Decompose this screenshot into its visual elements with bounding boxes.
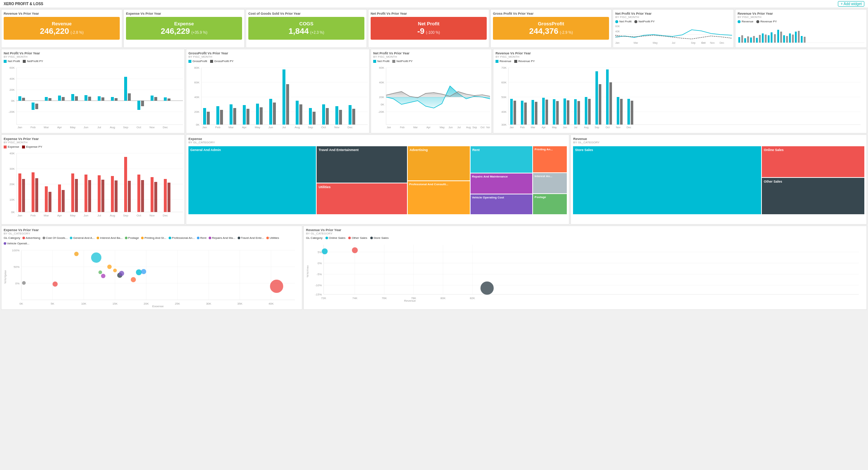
svg-rect-216 (32, 172, 35, 212)
gross-profit-kpi-widget: Gross Profit Vs Prior Year GrossProfit 2… (490, 9, 612, 48)
svg-rect-229 (115, 180, 118, 212)
rev-scatter-legend: GL Category Online Sales Other Sales Sto… (306, 236, 864, 240)
svg-rect-174 (545, 100, 548, 125)
gross-profit-kpi-title: Gross Profit Vs Prior Year (493, 12, 609, 15)
svg-text:20K: 20K (144, 302, 149, 305)
svg-text:Mar: Mar (634, 42, 638, 44)
treemap-professional[interactable]: Professional And Consulti... (408, 181, 470, 215)
svg-text:Mar: Mar (228, 126, 234, 129)
svg-rect-103 (246, 109, 249, 125)
svg-point-287 (119, 271, 124, 276)
svg-text:Oct: Oct (480, 126, 485, 129)
rev-scatter-title: Revenue Vs Prior Year (306, 228, 864, 232)
revenue-bar-right-widget: Revenue Vs Prior Year BY FISC_MONTH Reve… (493, 49, 867, 133)
svg-rect-222 (71, 173, 74, 212)
svg-text:Apr: Apr (57, 126, 62, 129)
svg-text:Nov: Nov (150, 214, 155, 217)
svg-point-279 (98, 270, 102, 274)
svg-point-280 (107, 265, 112, 269)
net-profit-kpi-value: -9 (-100 %) (417, 26, 440, 36)
svg-rect-16 (747, 36, 749, 43)
gp-bar-title: GrossProfit Vs Prior Year (188, 51, 367, 55)
svg-rect-190 (631, 101, 633, 125)
svg-rect-35 (804, 37, 806, 43)
svg-rect-228 (111, 176, 114, 212)
svg-rect-117 (339, 110, 342, 125)
svg-rect-62 (101, 97, 104, 101)
svg-rect-115 (326, 108, 329, 125)
svg-text:Jul: Jul (282, 126, 286, 129)
svg-text:Aug: Aug (466, 126, 471, 129)
svg-text:Apr: Apr (57, 214, 62, 217)
treemap-postage[interactable]: Postage (533, 194, 567, 214)
svg-rect-169 (521, 101, 523, 125)
cogs-kpi-label: COGS (299, 21, 313, 26)
svg-text:Jul: Jul (574, 126, 577, 129)
svg-text:50%: 50% (14, 265, 19, 269)
add-widget-button[interactable]: + Add widget (838, 1, 864, 7)
treemap-advertising[interactable]: Advertising (408, 146, 470, 180)
svg-rect-112 (309, 108, 312, 125)
svg-text:Jun: Jun (563, 126, 567, 129)
svg-rect-34 (801, 36, 803, 43)
treemap-general-admin[interactable]: General And Admin (188, 146, 316, 214)
net-profit-kpi-label: Net Profit (418, 21, 440, 26)
svg-rect-23 (768, 35, 770, 43)
svg-rect-180 (577, 101, 580, 125)
svg-text:Nov: Nov (150, 126, 155, 129)
svg-point-286 (131, 277, 136, 282)
legend-net-profit: Net Profit (615, 20, 631, 23)
svg-rect-176 (556, 101, 559, 125)
gp-bar-subtitle: BY FISC_MONTH (188, 55, 367, 58)
net-profit-line-svg: Jan Mar May Jul Sep Oct Nov Dec 60K 40K … (615, 24, 732, 44)
svg-rect-14 (741, 35, 743, 43)
svg-rect-173 (542, 98, 545, 125)
rev-bar-subtitle: BY FISC_MONTH (496, 55, 864, 58)
svg-text:10K: 10K (10, 198, 15, 201)
treemap-other-sales[interactable]: Other Sales (762, 178, 864, 214)
svg-rect-113 (313, 112, 316, 125)
exp-treemap-subtitle: BY GL_CATEGORY (188, 141, 567, 144)
treemap-online-sales[interactable]: Online Sales (762, 146, 864, 177)
svg-rect-181 (585, 97, 587, 125)
svg-text:Jan: Jan (615, 42, 619, 44)
svg-rect-182 (588, 99, 591, 125)
svg-rect-68 (141, 101, 144, 106)
svg-rect-218 (45, 186, 48, 212)
expense-scatter-widget: Expense Vs Prior Year BY GL_CATEGORY GL … (1, 226, 302, 310)
svg-rect-66 (128, 93, 131, 101)
treemap-travel[interactable]: Travel And Entertainment (317, 146, 407, 183)
treemap-utilities[interactable]: Utilities (317, 183, 407, 214)
svg-rect-59 (84, 95, 87, 101)
svg-rect-63 (111, 97, 114, 101)
svg-rect-188 (620, 99, 623, 125)
svg-rect-57 (71, 94, 74, 101)
svg-text:Dec: Dec (627, 126, 631, 129)
svg-rect-230 (124, 157, 127, 212)
treemap-vehicle[interactable]: Vehicle Operating Cost (471, 194, 533, 215)
expense-kpi-widget: Expense Vs Prior Year Expense 246,229 (+… (123, 9, 245, 48)
svg-rect-101 (233, 108, 236, 125)
svg-text:Jan: Jan (18, 126, 22, 129)
treemap-repairs[interactable]: Repairs And Maintenance (471, 173, 533, 194)
treemap-interest[interactable]: Interest An... (533, 173, 567, 193)
treemap-store-sales[interactable]: Store Sales (573, 146, 761, 214)
treemap-rent[interactable]: Rent (471, 146, 533, 173)
svg-rect-21 (762, 33, 764, 43)
treemap-printing[interactable]: Printing An... (533, 146, 567, 172)
svg-text:May: May (70, 126, 75, 129)
svg-point-275 (53, 281, 58, 287)
svg-text:0K: 0K (11, 211, 15, 214)
svg-text:-10%: -10% (315, 284, 322, 287)
svg-rect-65 (124, 77, 127, 101)
net-profit-area-widget: Net Profit Vs Prior Year BY FISC_MONTH N… (371, 49, 492, 133)
svg-text:Sep: Sep (472, 126, 477, 129)
revenue-treemap-container: Store Sales Online Sales Other Sales (573, 146, 864, 214)
svg-text:70K: 70K (501, 66, 507, 69)
svg-text:0K: 0K (19, 302, 23, 305)
svg-rect-33 (798, 31, 800, 43)
expense-treemap-container: General And Admin Travel And Entertainme… (188, 146, 567, 214)
svg-point-276 (22, 281, 26, 285)
row-3: Expense Vs Prior Year BY FISC_MONTH Expe… (0, 133, 868, 226)
expense-bar-widget: Expense Vs Prior Year BY FISC_MONTH Expe… (1, 134, 185, 225)
